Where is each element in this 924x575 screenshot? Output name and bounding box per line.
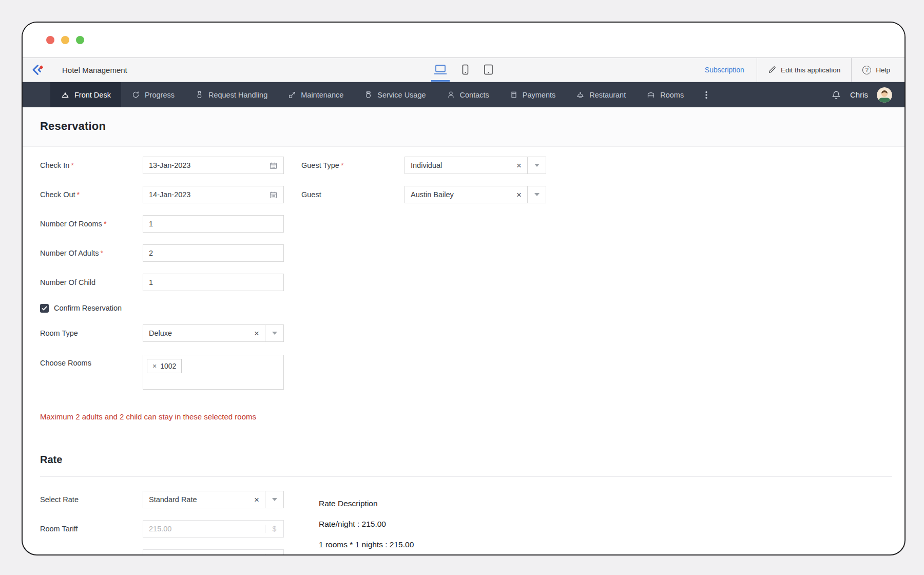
external-arrow-icon (288, 91, 296, 99)
help-button[interactable]: ? Help (851, 58, 904, 82)
guest-type-select[interactable]: Individual × (405, 157, 546, 174)
active-device-underline (431, 80, 450, 82)
rate-section-title: Rate (40, 454, 904, 466)
notification-bell-icon[interactable] (831, 90, 841, 100)
tablet-icon[interactable] (483, 58, 494, 82)
medal-icon (195, 90, 204, 99)
confirm-reservation-label[interactable]: Confirm Reservation (54, 304, 122, 312)
nav-tab-restaurant[interactable]: Restaurant (566, 82, 636, 107)
app-logo-icon[interactable] (23, 58, 52, 82)
nav-tab-label: Progress (145, 91, 175, 99)
person-icon (447, 90, 455, 99)
room-tariff-label: Room Tariff (40, 525, 143, 533)
nav-tab-service-usage[interactable]: Service Usage (354, 82, 436, 107)
close-window-button[interactable] (46, 36, 54, 44)
bellhop-icon (364, 90, 373, 99)
rate-description-title: Rate Description (319, 499, 414, 508)
calendar-icon[interactable] (269, 190, 278, 199)
number-of-child-value: 1 (149, 278, 278, 286)
user-name[interactable]: Chris (850, 90, 868, 99)
select-rate-value: Standard Rate (149, 495, 254, 504)
nav-tab-request-handling[interactable]: Request Handling (185, 82, 278, 107)
number-of-adults-input[interactable]: 2 (143, 244, 284, 262)
guest-type-value: Individual (411, 161, 516, 169)
guest-row: Guest Austin Bailey × (301, 186, 546, 203)
tax-amount-label: Tax Amount (40, 554, 143, 555)
tax-amount-row: Tax Amount 0.00 $ (40, 549, 904, 555)
choose-rooms-label: Choose Rooms (40, 355, 143, 367)
clear-x-icon[interactable]: × (254, 329, 259, 338)
number-of-rooms-row: Number Of Rooms* 1 (40, 215, 904, 233)
check-in-value: 13-Jan-2023 (149, 161, 269, 169)
guest-type-dropdown-button[interactable] (527, 157, 546, 174)
nav-tab-label: Service Usage (377, 91, 426, 99)
guest-dropdown-button[interactable] (527, 186, 546, 203)
confirm-reservation-checkbox[interactable] (40, 304, 49, 313)
required-mark: * (77, 190, 80, 199)
rate-section: Select Rate Standard Rate × Ro (40, 491, 904, 555)
check-in-input[interactable]: 13-Jan-2023 (143, 157, 284, 174)
caret-down-icon (272, 332, 277, 335)
tax-amount-value: 0.00 (143, 554, 265, 555)
nav-tab-rooms[interactable]: Rooms (636, 82, 694, 107)
room-chip: × 1002 (147, 359, 182, 373)
guest-select[interactable]: Austin Bailey × (405, 186, 546, 203)
minimize-window-button[interactable] (61, 36, 69, 44)
confirm-reservation-row: Confirm Reservation (40, 303, 904, 313)
number-of-adults-value: 2 (149, 249, 278, 257)
form-right-column: Guest Type* Individual × Guest (301, 157, 546, 215)
maximize-window-button[interactable] (76, 36, 84, 44)
user-avatar[interactable] (877, 87, 892, 103)
navbar-right: Chris (831, 82, 904, 107)
clear-x-icon[interactable]: × (516, 190, 522, 199)
check-out-input[interactable]: 14-Jan-2023 (143, 186, 284, 203)
calendar-icon[interactable] (269, 161, 278, 170)
toolbar-left: Hotel Management (23, 58, 127, 82)
top-toolbar: Hotel Management (23, 57, 904, 82)
chip-remove-icon[interactable]: × (152, 362, 157, 370)
room-type-dropdown-button[interactable] (265, 325, 283, 341)
laptop-icon[interactable] (433, 58, 448, 82)
section-divider (40, 476, 892, 477)
nav-more-button[interactable] (694, 82, 719, 107)
required-mark: * (71, 161, 74, 169)
choose-rooms-row: Choose Rooms × 1002 (40, 355, 904, 390)
toolbar-right: Subscription Edit this application ? Hel… (692, 58, 904, 82)
check-in-label: Check In* (40, 161, 143, 169)
nav-tab-label: Rooms (660, 91, 684, 99)
main-content: Reservation Check In* 13-Jan-2023 (23, 107, 904, 555)
nav-tab-payments[interactable]: Payments (499, 82, 566, 107)
nav-tab-label: Restaurant (589, 91, 626, 99)
edit-application-button[interactable]: Edit this application (757, 58, 851, 82)
number-of-adults-row: Number Of Adults* 2 (40, 244, 904, 262)
guest-type-label: Guest Type* (301, 161, 405, 169)
refresh-icon (131, 90, 140, 99)
select-rate-select[interactable]: Standard Rate × (143, 491, 284, 508)
page-title: Reservation (40, 120, 887, 133)
guest-value: Austin Bailey (411, 190, 516, 199)
nav-tab-front-desk[interactable]: Front Desk (50, 82, 121, 107)
guest-type-row: Guest Type* Individual × (301, 157, 546, 174)
checkmark-icon (42, 306, 47, 311)
desk-bell-icon (61, 90, 70, 100)
clear-x-icon[interactable]: × (254, 495, 259, 504)
nav-tab-contacts[interactable]: Contacts (436, 82, 499, 107)
nav-tab-maintenance[interactable]: Maintenance (278, 82, 354, 107)
subscription-link[interactable]: Subscription (692, 58, 757, 82)
number-of-child-input[interactable]: 1 (143, 274, 284, 291)
required-mark: * (341, 161, 344, 169)
cloche-icon (576, 90, 585, 99)
clear-x-icon[interactable]: × (516, 161, 522, 170)
canopy-bed-icon (646, 90, 656, 99)
nav-tab-label: Payments (523, 91, 555, 99)
currency-symbol: $ (265, 554, 283, 555)
select-rate-dropdown-button[interactable] (265, 491, 283, 508)
nav-tab-progress[interactable]: Progress (121, 82, 185, 107)
phone-icon[interactable] (460, 58, 470, 82)
room-type-select[interactable]: Deluxe × (143, 324, 284, 342)
rate-description-line: 1 rooms * 1 nights : 215.00 (319, 540, 414, 549)
choose-rooms-multiselect[interactable]: × 1002 (143, 355, 284, 390)
number-of-rooms-input[interactable]: 1 (143, 215, 284, 233)
window-titlebar (23, 23, 904, 57)
main-navbar: Front Desk Progress Request Handling (23, 82, 904, 107)
